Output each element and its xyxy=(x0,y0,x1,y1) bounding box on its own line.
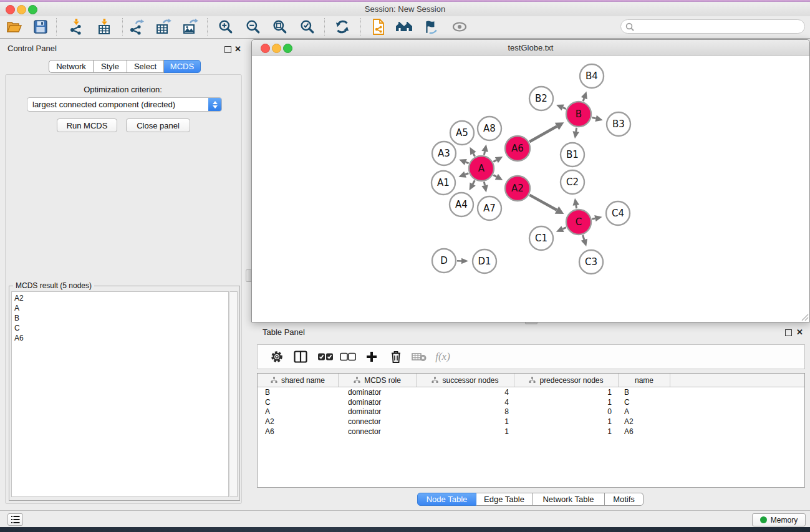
graph-node-A[interactable]: A xyxy=(469,156,494,181)
network-window-titlebar[interactable]: testGlobe.txt xyxy=(252,40,809,56)
function-builder-icon[interactable]: f(x) xyxy=(432,347,453,367)
graph-nodes[interactable]: B4B2BB3A8A5A6A3B1AA1C2A2A4A7C4CC1DD1C3 xyxy=(432,64,630,274)
table-panel-close-icon[interactable]: ✕ xyxy=(796,328,803,336)
table-row[interactable]: Cdominator41C xyxy=(258,397,804,407)
mcds-result-scrollbar[interactable] xyxy=(229,291,238,497)
delete-table-icon[interactable] xyxy=(408,347,430,367)
column-header-successor-nodes[interactable]: successor nodes xyxy=(417,374,514,387)
graph-edge[interactable] xyxy=(576,128,577,132)
add-row-icon[interactable] xyxy=(361,347,382,367)
graph-edge[interactable] xyxy=(484,152,485,155)
control-panel-float-icon[interactable] xyxy=(224,46,231,53)
hide-graphics-details-icon[interactable] xyxy=(420,16,442,37)
show-graphics-details-icon[interactable] xyxy=(448,16,471,37)
window-resize-handle[interactable] xyxy=(801,314,809,321)
graph-edge[interactable] xyxy=(592,117,595,118)
graph-edge[interactable] xyxy=(583,98,584,101)
table-row[interactable]: Adominator80A xyxy=(258,407,804,417)
graph-edge[interactable] xyxy=(466,162,469,163)
graph-node-B1[interactable]: B1 xyxy=(561,143,584,167)
graph-node-A3[interactable]: A3 xyxy=(432,142,456,165)
optimization-select[interactable]: largest connected component (directed) xyxy=(27,97,222,112)
mcds-result-item[interactable]: A6 xyxy=(14,333,228,343)
mcds-result-item[interactable]: A xyxy=(14,303,228,313)
column-header-predecessor-nodes[interactable]: predecessor nodes xyxy=(514,374,619,387)
graph-edge[interactable] xyxy=(473,153,475,157)
graph-edge[interactable] xyxy=(473,180,475,184)
graph-edge[interactable] xyxy=(493,175,496,177)
graph-node-A4[interactable]: A4 xyxy=(450,193,473,216)
graph-node-B3[interactable]: B3 xyxy=(607,112,630,136)
import-table-icon[interactable] xyxy=(93,16,115,37)
mcds-result-item[interactable]: B xyxy=(14,313,228,323)
zoom-out-icon[interactable] xyxy=(242,16,264,37)
tab-network-table[interactable]: Network Table xyxy=(533,493,605,506)
table-row[interactable]: Bdominator41B xyxy=(258,387,804,397)
graph-node-A6[interactable]: A6 xyxy=(505,136,530,161)
graph-edge[interactable] xyxy=(562,228,566,229)
save-session-icon[interactable] xyxy=(29,16,52,37)
graph-edge[interactable] xyxy=(493,160,496,162)
graph-node-B4[interactable]: B4 xyxy=(580,64,604,88)
network-zoom-button[interactable] xyxy=(283,44,292,53)
export-image-icon[interactable] xyxy=(179,16,201,37)
table-row[interactable]: A6connector11A6 xyxy=(258,427,804,437)
column-header-mcds-role[interactable]: MCDS role xyxy=(339,374,417,387)
graph-edge[interactable] xyxy=(592,218,595,219)
control-panel-close-icon[interactable]: ✕ xyxy=(234,45,241,53)
graph-edge[interactable] xyxy=(529,127,557,142)
graph-node-B2[interactable]: B2 xyxy=(529,87,553,110)
close-window-button[interactable] xyxy=(6,5,15,14)
zoom-fit-icon[interactable] xyxy=(269,16,291,37)
import-network-icon[interactable] xyxy=(65,16,87,37)
refresh-icon[interactable] xyxy=(331,16,354,37)
graph-edge[interactable] xyxy=(529,195,557,210)
first-neighbors-icon[interactable] xyxy=(393,16,415,37)
delete-row-icon[interactable] xyxy=(385,347,407,367)
graph-edge[interactable] xyxy=(576,205,577,208)
graph-edge[interactable] xyxy=(484,182,485,186)
graph-node-A1[interactable]: A1 xyxy=(432,171,455,195)
column-header-shared-name[interactable]: shared name xyxy=(258,374,339,387)
table-panel-float-icon[interactable] xyxy=(785,329,792,336)
graph-node-A8[interactable]: A8 xyxy=(478,117,501,140)
new-network-from-selection-icon[interactable] xyxy=(367,16,390,37)
deselect-all-icon[interactable] xyxy=(337,347,359,367)
export-table-icon[interactable] xyxy=(152,16,175,37)
tab-edge-table[interactable]: Edge Table xyxy=(476,493,533,506)
open-session-icon[interactable] xyxy=(3,16,26,37)
memory-button[interactable]: Memory xyxy=(752,513,806,526)
graph-node-A5[interactable]: A5 xyxy=(450,121,474,145)
graph-node-C4[interactable]: C4 xyxy=(606,201,630,225)
run-mcds-button[interactable]: Run MCDS xyxy=(57,118,117,132)
tab-network[interactable]: Network xyxy=(49,60,94,73)
graph-node-C[interactable]: C xyxy=(566,210,591,235)
minimize-window-button[interactable] xyxy=(17,5,26,14)
mcds-result-list[interactable]: A2ABCA6 xyxy=(11,291,229,497)
mcds-result-item[interactable]: C xyxy=(14,323,228,333)
export-network-icon[interactable] xyxy=(125,16,148,37)
graph-node-D[interactable]: D xyxy=(432,249,456,273)
mcds-result-item[interactable]: A2 xyxy=(14,293,228,303)
graph-edge[interactable] xyxy=(563,107,566,109)
network-canvas[interactable]: B4B2BB3A8A5A6A3B1AA1C2A2A4A7C4CC1DD1C3 xyxy=(252,56,809,322)
graph-node-D1[interactable]: D1 xyxy=(473,249,496,273)
graph-edge[interactable] xyxy=(583,235,584,239)
column-header-name[interactable]: name xyxy=(619,374,670,387)
network-minimize-button[interactable] xyxy=(272,44,281,53)
tab-node-table[interactable]: Node Table xyxy=(417,493,476,506)
tab-motifs[interactable]: Motifs xyxy=(605,493,644,506)
network-close-button[interactable] xyxy=(261,44,270,53)
tab-select[interactable]: Select xyxy=(127,60,164,73)
graph-node-C1[interactable]: C1 xyxy=(529,226,553,250)
table-row[interactable]: A2connector11A2 xyxy=(258,417,804,427)
select-all-icon[interactable] xyxy=(315,347,336,367)
tab-mcds[interactable]: MCDS xyxy=(164,60,201,73)
tab-style[interactable]: Style xyxy=(94,60,127,73)
task-history-button[interactable] xyxy=(7,513,23,526)
graph-node-B[interactable]: B xyxy=(566,102,591,127)
graph-node-C2[interactable]: C2 xyxy=(561,170,584,194)
close-panel-button[interactable]: Close panel xyxy=(126,118,190,132)
zoom-window-button[interactable] xyxy=(28,5,37,14)
zoom-selected-icon[interactable] xyxy=(296,16,319,37)
